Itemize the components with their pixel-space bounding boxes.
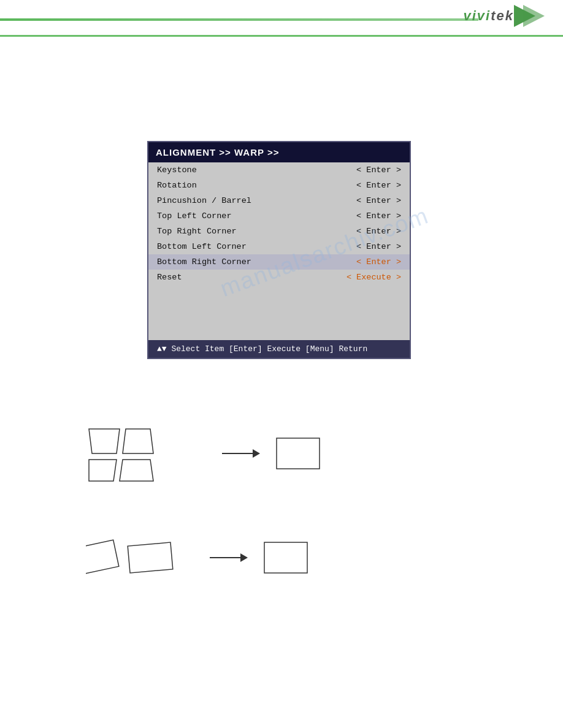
logo-area: vivitek bbox=[463, 5, 545, 27]
rotation-arrow bbox=[210, 553, 248, 562]
keystone-arrow bbox=[222, 449, 260, 458]
svg-marker-5 bbox=[120, 460, 153, 481]
menu-empty-space bbox=[148, 285, 410, 340]
svg-rect-7 bbox=[86, 540, 119, 575]
menu-label-bottom-right: Bottom Right Corner bbox=[157, 257, 251, 267]
menu-value-bottom-right: < Enter > bbox=[356, 257, 401, 267]
svg-rect-6 bbox=[277, 438, 320, 469]
svg-marker-4 bbox=[89, 460, 117, 481]
footer-text: ▲▼ Select Item [Enter] Execute [Menu] Re… bbox=[157, 344, 367, 354]
header-line bbox=[0, 18, 478, 21]
svg-rect-9 bbox=[264, 542, 307, 573]
menu-value-keystone: < Enter > bbox=[356, 165, 401, 175]
menu-value-reset: < Execute > bbox=[347, 273, 401, 282]
logo-icon bbox=[514, 5, 545, 27]
menu-row-bottom-left[interactable]: Bottom Left Corner < Enter > bbox=[148, 239, 410, 254]
menu-label-bottom-left: Bottom Left Corner bbox=[157, 242, 247, 251]
menu-label-top-right: Top Right Corner bbox=[157, 227, 237, 236]
header: vivitek bbox=[0, 0, 563, 37]
menu-body: Keystone < Enter > Rotation < Enter > Pi… bbox=[148, 162, 410, 340]
menu-value-pincushion: < Enter > bbox=[356, 196, 401, 205]
keystone-result bbox=[274, 435, 323, 472]
menu-container: ALIGNMENT >> WARP >> Keystone < Enter > … bbox=[147, 141, 411, 359]
menu-row-pincushion[interactable]: Pincushion / Barrel < Enter > bbox=[148, 193, 410, 208]
keystone-shapes bbox=[86, 423, 209, 484]
menu-label-top-left: Top Left Corner bbox=[157, 211, 232, 221]
menu-row-top-left[interactable]: Top Left Corner < Enter > bbox=[148, 208, 410, 224]
menu-value-top-right: < Enter > bbox=[356, 227, 401, 236]
menu-row-rotation[interactable]: Rotation < Enter > bbox=[148, 178, 410, 193]
menu-row-top-right[interactable]: Top Right Corner < Enter > bbox=[148, 224, 410, 239]
logo-text: vivitek bbox=[463, 8, 514, 24]
menu-value-top-left: < Enter > bbox=[356, 211, 401, 221]
diagram1-keystone bbox=[86, 423, 323, 484]
menu-label-reset: Reset bbox=[157, 273, 182, 282]
diagram2-rotation bbox=[86, 533, 310, 582]
menu-footer: ▲▼ Select Item [Enter] Execute [Menu] Re… bbox=[148, 340, 410, 358]
menu-value-bottom-left: < Enter > bbox=[356, 242, 401, 251]
menu-label-rotation: Rotation bbox=[157, 181, 197, 190]
svg-marker-1 bbox=[523, 5, 545, 27]
menu-title: ALIGNMENT >> WARP >> bbox=[148, 142, 410, 162]
menu-row-bottom-right[interactable]: Bottom Right Corner < Enter > bbox=[148, 254, 410, 270]
svg-marker-2 bbox=[89, 429, 120, 453]
rotation-result bbox=[261, 539, 310, 576]
menu-row-keystone[interactable]: Keystone < Enter > bbox=[148, 162, 410, 178]
menu-label-keystone: Keystone bbox=[157, 165, 197, 175]
svg-marker-3 bbox=[123, 429, 153, 453]
menu-row-reset[interactable]: Reset < Execute > bbox=[148, 270, 410, 285]
menu-value-rotation: < Enter > bbox=[356, 181, 401, 190]
svg-rect-8 bbox=[128, 542, 173, 573]
rotation-shapes bbox=[86, 533, 196, 582]
menu-label-pincushion: Pincushion / Barrel bbox=[157, 196, 251, 205]
